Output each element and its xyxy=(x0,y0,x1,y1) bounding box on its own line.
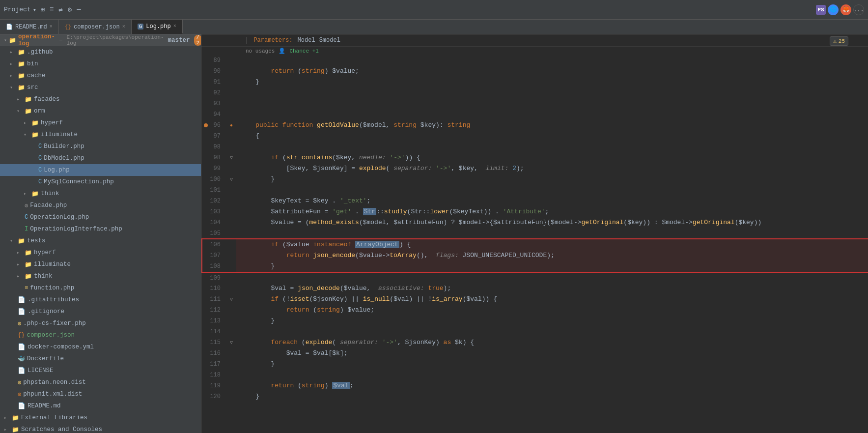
tab-composer-close[interactable]: × xyxy=(122,24,125,29)
sidebar-item-cache[interactable]: ▸ 📁 cache xyxy=(0,70,201,82)
sidebar-item-oplog[interactable]: ▸ C OperationLog.php xyxy=(0,211,201,223)
sidebar-item-tests-illuminate[interactable]: ▸ 📁 illuminate xyxy=(0,259,201,270)
code-line-101: 101 xyxy=(202,185,868,196)
line-num-117: 117 xyxy=(202,359,226,370)
gutter-98: ▽ xyxy=(226,152,236,163)
label-php-cs-fixer: .php-cs-fixer.php xyxy=(23,320,86,327)
sidebar-item-oplogif[interactable]: ▸ I OperationLogInterface.php xyxy=(0,223,201,235)
file-icon-license: 📄 xyxy=(18,367,26,375)
gutter-109 xyxy=(226,272,236,283)
line-num-99: 99 xyxy=(202,163,226,174)
sidebar-item-readme-md[interactable]: ▸ 📄 README.md xyxy=(0,400,201,412)
code-line-109: 109 xyxy=(202,272,868,283)
gutter-110 xyxy=(226,283,236,294)
line-num-109: 109 xyxy=(202,272,226,283)
tab-log[interactable]: G Log.php × xyxy=(132,20,183,34)
line-num-108: 108 xyxy=(202,261,226,272)
sidebar-item-docker-compose[interactable]: ▸ 📄 docker-compose.yml xyxy=(0,341,201,353)
sidebar-item-dbmodel[interactable]: ▸ C DbModel.php xyxy=(0,152,201,164)
warning-indicator[interactable]: ⚠ 25 xyxy=(830,36,848,46)
main-content: ▾ 📁 operation-log – E:\project\packages\… xyxy=(0,34,868,433)
sidebar-item-php-cs-fixer[interactable]: ▸ ⚙ .php-cs-fixer.php xyxy=(0,318,201,329)
folder-icon-tests-hyperf: 📁 xyxy=(25,249,32,257)
hint-type: Model xyxy=(298,37,315,44)
code-line-104: 104 $value = (method_exists($model, $att… xyxy=(202,217,868,228)
sidebar-item-bin[interactable]: ▸ 📁 bin xyxy=(0,58,201,70)
toolbar-icon-grid[interactable]: ⊞ xyxy=(40,5,44,14)
line-num-94: 94 xyxy=(202,109,226,120)
sidebar-item-github[interactable]: ▸ 📁 .github xyxy=(0,46,201,58)
gutter-89 xyxy=(226,55,236,66)
code-line-115: 115 ▽ foreach (explode( separator: '->',… xyxy=(202,337,868,348)
project-label[interactable]: Project ▾ xyxy=(4,6,36,14)
code-content-116: $val = $val[$k]; xyxy=(236,348,868,359)
gutter-97 xyxy=(226,142,236,152)
toolbar-icon-sync[interactable]: ⇌ xyxy=(58,5,62,14)
tab-composer[interactable]: {} composer.json × xyxy=(59,20,132,34)
code-line-107: 107 return json_encode($value->toArray()… xyxy=(202,250,868,261)
sidebar-item-phpstan[interactable]: ▸ ⚙ phpstan.neon.dist xyxy=(0,376,201,388)
sidebar-item-hyperf[interactable]: ▸ 📁 hyperf xyxy=(0,117,201,129)
gutter-117 xyxy=(226,359,236,370)
sidebar-item-mysqlconn[interactable]: ▸ C MySqlConnection.php xyxy=(0,176,201,188)
toolbar-icon-minimize[interactable]: — xyxy=(77,5,81,14)
tab-readme[interactable]: 📄 README.md × xyxy=(0,20,59,34)
code-line-111: 111 ▽ if (!isset($jsonKey) || is_null($v… xyxy=(202,294,868,305)
sidebar-item-function-php[interactable]: ▸ ≡ function.php xyxy=(0,282,201,294)
sidebar-item-illuminate[interactable]: ▾ 📁 illuminate xyxy=(0,129,201,141)
tab-readme-close[interactable]: × xyxy=(50,24,53,29)
gutter-90 xyxy=(226,66,236,77)
code-content-114 xyxy=(236,326,868,337)
line-num-101: 101 xyxy=(202,185,226,196)
sidebar-item-dockerfile[interactable]: ▸ 🐳 Dockerfile xyxy=(0,353,201,365)
file-icon-php-cs-fixer: ⚙ xyxy=(18,320,21,327)
icon-firefox[interactable]: 🦊 xyxy=(840,4,851,15)
sidebar-item-facade[interactable]: ▸ ⚙ Facade.php xyxy=(0,200,201,211)
line-num-115: 115 xyxy=(202,337,226,348)
label-facade: Facade.php xyxy=(30,202,67,209)
code-line-118: 118 xyxy=(202,370,868,380)
sidebar-item-tests[interactable]: ▾ 📁 tests xyxy=(0,235,201,247)
icon-chrome[interactable]: 🌐 xyxy=(828,4,839,15)
sidebar-item-facades[interactable]: ▸ 📁 facades xyxy=(0,93,201,105)
label-log-php: Log.php xyxy=(44,167,70,173)
code-content-91: } xyxy=(236,77,868,87)
gutter-111: ▽ xyxy=(226,294,236,305)
code-content-106: if ($value instanceof ArrayObject) { xyxy=(236,239,868,250)
sidebar-item-tests-think[interactable]: ▸ 📁 think xyxy=(0,270,201,282)
gutter-106 xyxy=(226,239,236,250)
label-docker-compose: docker-compose.yml xyxy=(28,344,94,350)
icon-extra[interactable]: ... xyxy=(853,4,864,15)
sidebar-item-gitignore[interactable]: ▸ 📄 .gitignore xyxy=(0,306,201,318)
sidebar-item-src[interactable]: ▾ 📁 src xyxy=(0,82,201,93)
dropdown-arrow[interactable]: ▾ xyxy=(33,6,37,14)
toolbar-icon-list[interactable]: ≡ xyxy=(50,5,54,14)
hint-bar-icon: | xyxy=(245,36,249,44)
sidebar-item-license[interactable]: ▸ 📄 LICENSE xyxy=(0,365,201,376)
sidebar-item-log-php[interactable]: ▸ C Log.php xyxy=(0,164,201,176)
icon-ps[interactable]: PS xyxy=(816,5,826,15)
sidebar-item-external-libs[interactable]: ▸ 📁 External Libraries xyxy=(0,412,201,424)
toolbar-icon-settings[interactable]: ⚙ xyxy=(68,5,72,14)
sidebar-item-phpunit[interactable]: ▸ ⚙ phpunit.xml.dist xyxy=(0,388,201,400)
label-orm: orm xyxy=(34,108,45,115)
file-icon-oplog: C xyxy=(25,214,28,221)
sidebar-item-think[interactable]: ▸ 📁 think xyxy=(0,188,201,200)
gutter-116 xyxy=(226,348,236,359)
label-license: LICENSE xyxy=(28,367,54,374)
code-content-94 xyxy=(236,109,868,120)
sidebar-item-gitattributes[interactable]: ▸ 📄 .gitattributes xyxy=(0,294,201,306)
label-tests-think: think xyxy=(34,273,53,280)
sidebar-item-orm[interactable]: ▾ 📁 orm xyxy=(0,105,201,117)
sidebar-item-root[interactable]: ▾ 📁 operation-log – E:\project\packages\… xyxy=(0,34,201,46)
code-line-106: 106 if ($value instanceof ArrayObject) { xyxy=(202,239,868,250)
folder-icon-think: 📁 xyxy=(31,190,39,198)
path: E:\project\packages\operation-log xyxy=(67,34,164,46)
sidebar-item-composer-json[interactable]: ▸ {} composer.json xyxy=(0,329,201,341)
code-content-99: [$key, $jsonKey] = explode( separator: '… xyxy=(236,163,868,174)
sidebar-item-scratches[interactable]: ▸ 📁 Scratches and Consoles xyxy=(0,424,201,433)
code-editor[interactable]: 89 90 return (string) $value; 91 } xyxy=(201,55,868,433)
sidebar-item-tests-hyperf[interactable]: ▸ 📁 hyperf xyxy=(0,247,201,259)
tab-log-close[interactable]: × xyxy=(173,24,176,29)
sidebar-item-builder[interactable]: ▸ C Builder.php xyxy=(0,141,201,152)
